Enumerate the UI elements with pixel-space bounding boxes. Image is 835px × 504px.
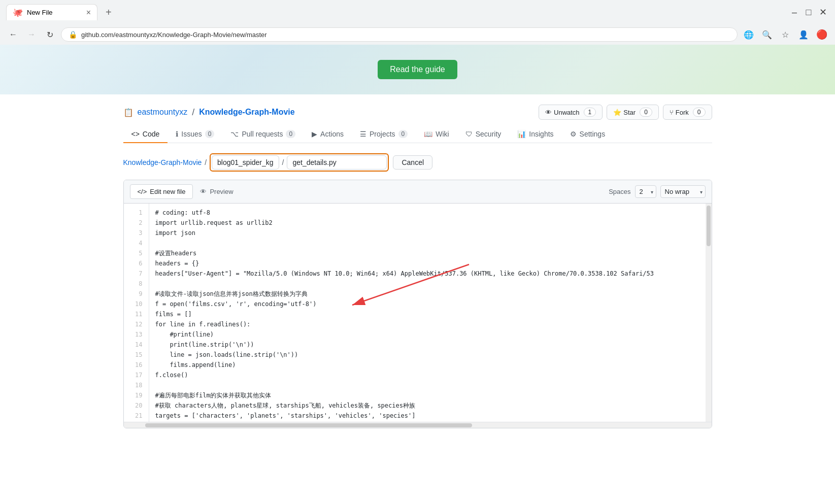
repo-header: 📋 eastmountyxz / Knowledge-Graph-Movie 👁… bbox=[123, 105, 712, 120]
tab-insights[interactable]: 📊 Insights bbox=[509, 126, 561, 143]
security-icon: 🛡 bbox=[465, 130, 473, 138]
tab-issues[interactable]: ℹ Issues 0 bbox=[168, 126, 222, 143]
code-line: headers = {} bbox=[155, 258, 712, 268]
line-number: 9 bbox=[124, 289, 149, 299]
actions-icon: ▶ bbox=[312, 130, 317, 138]
line-number: 6 bbox=[124, 258, 149, 268]
refresh-button[interactable]: ↻ bbox=[43, 27, 57, 42]
code-line bbox=[155, 279, 712, 289]
browser-window: 🐙 New File × + – □ ✕ ← → ↻ 🔒 github.com/… bbox=[0, 0, 835, 45]
code-editor[interactable]: 1234567891011121314151617181920212223242… bbox=[124, 204, 712, 422]
address-bar[interactable]: 🔒 github.com/eastmountyxz/Knowledge-Grap… bbox=[61, 27, 738, 42]
edit-icon: </> bbox=[138, 188, 147, 195]
star-icon: ⭐ bbox=[613, 109, 621, 116]
tab-code-label: Code bbox=[143, 130, 159, 138]
bookmark-button[interactable]: ☆ bbox=[778, 27, 792, 42]
pr-icon: ⌥ bbox=[230, 130, 239, 138]
preview-tab-label: Preview bbox=[210, 188, 233, 195]
fork-button[interactable]: ⑂ Fork 0 bbox=[663, 105, 712, 120]
tab-wiki[interactable]: 📖 Wiki bbox=[416, 126, 457, 143]
indent-select[interactable]: 2 4 8 bbox=[635, 185, 656, 198]
repo-nav: <> Code ℹ Issues 0 ⌥ Pull requests 0 ▶ A… bbox=[123, 126, 712, 143]
preview-icon: 👁 bbox=[200, 188, 207, 195]
issues-badge: 0 bbox=[205, 130, 215, 138]
code-line: f.close() bbox=[155, 370, 712, 380]
tab-actions-label: Actions bbox=[320, 130, 344, 138]
unwatch-label: Unwatch bbox=[554, 109, 580, 116]
code-content[interactable]: # coding: utf-8import urllib.request as … bbox=[149, 204, 712, 422]
line-number: 2 bbox=[124, 218, 149, 228]
line-number: 10 bbox=[124, 299, 149, 309]
profile-button[interactable]: 👤 bbox=[796, 27, 811, 42]
repo-owner-link[interactable]: eastmountyxz bbox=[138, 108, 188, 117]
fork-icon: ⑂ bbox=[670, 109, 674, 116]
maximize-button[interactable]: □ bbox=[803, 6, 815, 18]
edit-new-file-tab[interactable]: </> Edit new file bbox=[130, 184, 193, 199]
unwatch-button[interactable]: 👁 Unwatch 1 bbox=[539, 105, 603, 120]
tab-security-label: Security bbox=[476, 130, 502, 138]
file-path-row: Knowledge-Graph-Movie / blog01_spider_kg… bbox=[123, 153, 712, 172]
tab-security[interactable]: 🛡 Security bbox=[457, 126, 510, 143]
line-number: 21 bbox=[124, 411, 149, 421]
file-name-input[interactable] bbox=[287, 155, 387, 170]
horizontal-scrollbar[interactable] bbox=[124, 422, 712, 428]
notification-button[interactable]: 🔴 bbox=[815, 27, 829, 42]
tab-code[interactable]: <> Code bbox=[123, 126, 168, 143]
tab-close-button[interactable]: × bbox=[86, 8, 91, 17]
breadcrumb-separator: / bbox=[189, 107, 197, 118]
code-line bbox=[155, 421, 712, 422]
fork-count: 0 bbox=[693, 108, 706, 117]
tab-pull-requests[interactable]: ⌥ Pull requests 0 bbox=[222, 126, 304, 143]
code-line: #设置headers bbox=[155, 248, 712, 258]
preview-tab[interactable]: 👁 Preview bbox=[193, 184, 240, 199]
back-button[interactable]: ← bbox=[6, 27, 20, 42]
code-line: print(line.strip('\n')) bbox=[155, 340, 712, 350]
line-number: 11 bbox=[124, 309, 149, 319]
h-scrollbar-thumb[interactable] bbox=[145, 423, 472, 427]
search-button[interactable]: 🔍 bbox=[760, 27, 774, 42]
indent-select-wrap: 2 4 8 bbox=[635, 185, 656, 198]
code-line: films = [] bbox=[155, 309, 712, 319]
vertical-scrollbar[interactable] bbox=[706, 204, 712, 422]
tab-projects-label: Projects bbox=[370, 130, 395, 138]
line-number: 19 bbox=[124, 390, 149, 400]
read-guide-button[interactable]: Read the guide bbox=[378, 60, 457, 79]
code-line bbox=[155, 238, 712, 248]
cancel-button[interactable]: Cancel bbox=[393, 155, 432, 170]
line-number: 7 bbox=[124, 268, 149, 279]
line-number: 20 bbox=[124, 400, 149, 411]
code-line bbox=[155, 380, 712, 390]
editor-toolbar: </> Edit new file 👁 Preview Spaces 2 4 8 bbox=[124, 180, 712, 204]
code-line: headers["User-Agent"] = "Mozilla/5.0 (Wi… bbox=[155, 268, 712, 279]
browser-tab[interactable]: 🐙 New File × bbox=[6, 4, 97, 20]
projects-icon: ☰ bbox=[360, 130, 366, 138]
close-button[interactable]: ✕ bbox=[817, 6, 829, 18]
wrap-select[interactable]: No wrap Soft wrap bbox=[660, 185, 706, 198]
path-separator-2: / bbox=[282, 158, 284, 166]
line-number: 18 bbox=[124, 380, 149, 390]
eye-icon: 👁 bbox=[545, 109, 552, 116]
tab-settings[interactable]: ⚙ Settings bbox=[562, 126, 614, 143]
pr-badge: 0 bbox=[286, 130, 295, 138]
minimize-button[interactable]: – bbox=[788, 6, 800, 18]
tab-projects[interactable]: ☰ Projects 0 bbox=[352, 126, 416, 143]
editor-settings: Spaces 2 4 8 No wrap Soft wrap bbox=[609, 185, 705, 198]
url-display: github.com/eastmountyxz/Knowledge-Graph-… bbox=[81, 31, 730, 39]
forward-button[interactable]: → bbox=[24, 27, 39, 42]
code-line: #print(line) bbox=[155, 329, 712, 340]
scrollbar-thumb[interactable] bbox=[707, 206, 711, 246]
repo-name-link[interactable]: Knowledge-Graph-Movie bbox=[199, 108, 294, 117]
tab-wiki-label: Wiki bbox=[436, 130, 449, 138]
repo-path-link[interactable]: Knowledge-Graph-Movie bbox=[123, 158, 202, 166]
star-button[interactable]: ⭐ Star 0 bbox=[607, 105, 659, 120]
spaces-label: Spaces bbox=[609, 188, 630, 195]
title-bar: 🐙 New File × + – □ ✕ bbox=[0, 0, 835, 24]
tab-settings-label: Settings bbox=[580, 130, 606, 138]
new-tab-button[interactable]: + bbox=[102, 5, 116, 20]
code-line: #获取 characters人物, planets星球, starships飞船… bbox=[155, 400, 712, 411]
translate-button[interactable]: 🌐 bbox=[742, 27, 756, 42]
code-line: f = open('films.csv', 'r', encoding='utf… bbox=[155, 299, 712, 309]
editor-tabs: </> Edit new file 👁 Preview bbox=[130, 184, 241, 199]
line-number: 14 bbox=[124, 340, 149, 350]
tab-actions[interactable]: ▶ Actions bbox=[304, 126, 352, 143]
